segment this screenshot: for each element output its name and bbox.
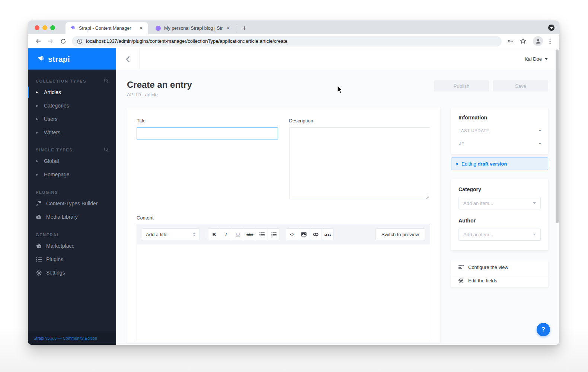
browser-menu-button[interactable] bbox=[545, 36, 555, 46]
profile-icon bbox=[535, 38, 541, 44]
text-format-group: B I U abe bbox=[208, 228, 280, 240]
sidebar-item-label: Media Library bbox=[46, 214, 78, 220]
section-label: GENERAL bbox=[36, 232, 60, 237]
url-bar[interactable]: localhost:1337/admin/plugins/content-man… bbox=[72, 36, 502, 46]
browser-profile-button[interactable] bbox=[533, 36, 543, 46]
quote-button[interactable]: ““ bbox=[322, 228, 334, 240]
tab-title: My personal Strapi blog | Strap bbox=[164, 26, 223, 31]
sidebar-item-categories[interactable]: Categories bbox=[28, 99, 116, 112]
chevron-down-icon bbox=[533, 202, 536, 204]
strapi-logo-icon bbox=[37, 55, 45, 63]
unordered-list-button[interactable] bbox=[256, 228, 268, 240]
publish-button[interactable]: Publish bbox=[434, 80, 489, 92]
sidebar-item-marketplace[interactable]: Marketplace bbox=[28, 239, 116, 253]
chevron-down-icon bbox=[550, 27, 553, 29]
tab-search-button[interactable] bbox=[548, 25, 555, 31]
user-menu[interactable]: Kai Doe bbox=[525, 56, 559, 62]
by-value: - bbox=[539, 140, 541, 146]
information-card: Information LAST UPDATE - BY - bbox=[451, 108, 548, 154]
insert-group: <> ““ bbox=[286, 228, 334, 240]
page-scrollbar[interactable] bbox=[556, 49, 559, 223]
edit-fields-link[interactable]: Edit the fields bbox=[451, 274, 548, 287]
link-button[interactable] bbox=[310, 228, 322, 240]
sidebar-item-users[interactable]: Users bbox=[28, 112, 116, 126]
resize-grip-icon[interactable] bbox=[426, 196, 429, 199]
sidebar-item-label: Categories bbox=[44, 103, 69, 109]
new-tab-button[interactable]: + bbox=[239, 23, 249, 33]
save-button[interactable]: Save bbox=[493, 80, 548, 92]
last-update-row: LAST UPDATE - bbox=[458, 128, 541, 133]
browser-toolbar: localhost:1337/admin/plugins/content-man… bbox=[28, 34, 559, 48]
editing-draft-banner: Editing draft version bbox=[451, 157, 548, 170]
tab-close-icon[interactable]: ✕ bbox=[225, 25, 231, 31]
back-button[interactable] bbox=[33, 36, 43, 46]
reload-button[interactable] bbox=[58, 36, 68, 46]
description-textarea[interactable] bbox=[289, 127, 431, 199]
sidebar-item-homepage[interactable]: Homepage bbox=[28, 168, 116, 181]
image-button[interactable] bbox=[298, 228, 310, 240]
strapi-version-link[interactable]: Strapi v3.6.3 — Community Edition bbox=[28, 331, 116, 345]
author-select[interactable]: Add an item... bbox=[458, 228, 541, 241]
help-button[interactable]: ? bbox=[537, 323, 550, 336]
ordered-list-button[interactable] bbox=[268, 228, 280, 240]
search-icon[interactable] bbox=[104, 78, 109, 83]
draft-text: Editing draft version bbox=[461, 161, 507, 167]
info-icon[interactable] bbox=[77, 39, 82, 44]
search-icon[interactable] bbox=[104, 147, 109, 152]
heading-select[interactable]: Add a title bbox=[142, 228, 200, 240]
url-text: localhost:1337/admin/plugins/content-man… bbox=[86, 38, 287, 44]
sidebar-item-global[interactable]: Global bbox=[28, 154, 116, 168]
sidebar-item-label: Articles bbox=[44, 89, 61, 95]
main-area: Kai Doe Create an entry API ID : article… bbox=[116, 48, 559, 345]
section-collection-types: COLLECTION TYPES bbox=[28, 73, 116, 86]
bullet-icon bbox=[36, 118, 38, 120]
wysiwyg-editor: Add a title B I U abe bbox=[137, 224, 430, 341]
back-navigation-button[interactable] bbox=[116, 48, 140, 70]
page-subtitle: API ID : article bbox=[127, 92, 192, 97]
sidebar-item-writers[interactable]: Writers bbox=[28, 126, 116, 139]
underline-button[interactable]: U bbox=[232, 228, 244, 240]
sidebar-item-label: Global bbox=[44, 158, 59, 164]
category-select[interactable]: Add an item... bbox=[458, 197, 541, 209]
sidebar-item-label: Content-Types Builder bbox=[46, 201, 98, 206]
browser-tab-active[interactable]: Strapi - Content Manager ✕ bbox=[65, 22, 148, 34]
maximize-window-button[interactable] bbox=[50, 25, 55, 30]
bullet-icon bbox=[36, 174, 38, 176]
browser-tab-inactive[interactable]: My personal Strapi blog | Strap ✕ bbox=[151, 22, 235, 34]
bookmark-button[interactable] bbox=[518, 36, 528, 46]
minimize-window-button[interactable] bbox=[42, 25, 47, 30]
relations-card: Category Add an item... Author Add an it… bbox=[451, 179, 548, 250]
page-title: Create an entry bbox=[127, 80, 192, 90]
tab-close-icon[interactable]: ✕ bbox=[138, 25, 144, 31]
app-header: Kai Doe bbox=[116, 48, 559, 70]
forward-arrow-icon bbox=[48, 38, 54, 44]
configure-view-link[interactable]: Configure the view bbox=[451, 260, 548, 274]
category-label: Category bbox=[458, 186, 541, 192]
sidebar-item-settings[interactable]: Settings bbox=[28, 266, 116, 279]
sidebar-item-media-library[interactable]: Media Library bbox=[28, 210, 116, 224]
editor-body[interactable] bbox=[137, 244, 430, 341]
sidebar-item-articles[interactable]: Articles bbox=[28, 86, 116, 99]
password-manager-button[interactable] bbox=[505, 36, 515, 46]
bullet-icon bbox=[36, 160, 38, 162]
tab-title: Strapi - Content Manager bbox=[79, 26, 136, 31]
close-window-button[interactable] bbox=[35, 25, 39, 30]
forward-button[interactable] bbox=[46, 36, 55, 46]
strikethrough-button[interactable]: abe bbox=[244, 228, 256, 240]
ordered-list-icon bbox=[271, 232, 277, 237]
code-button[interactable]: <> bbox=[286, 228, 298, 240]
bold-button[interactable]: B bbox=[208, 228, 220, 240]
switch-to-preview-button[interactable]: Switch to preview bbox=[376, 228, 425, 240]
sidebar-item-content-types-builder[interactable]: Content-Types Builder bbox=[28, 197, 116, 210]
sidebar-menu: COLLECTION TYPES Articles Categories Use… bbox=[28, 70, 116, 331]
title-input[interactable] bbox=[137, 127, 278, 140]
italic-button[interactable]: I bbox=[220, 228, 232, 240]
link-icon bbox=[313, 232, 319, 236]
question-icon: ? bbox=[541, 326, 545, 333]
section-label: SINGLE TYPES bbox=[36, 148, 73, 152]
sidebar-item-label: Users bbox=[44, 116, 58, 122]
chevron-down-icon bbox=[545, 58, 548, 60]
sidebar-item-plugins[interactable]: Plugins bbox=[28, 253, 116, 266]
strapi-logo[interactable]: strapi bbox=[28, 48, 116, 70]
section-label: COLLECTION TYPES bbox=[36, 79, 86, 83]
